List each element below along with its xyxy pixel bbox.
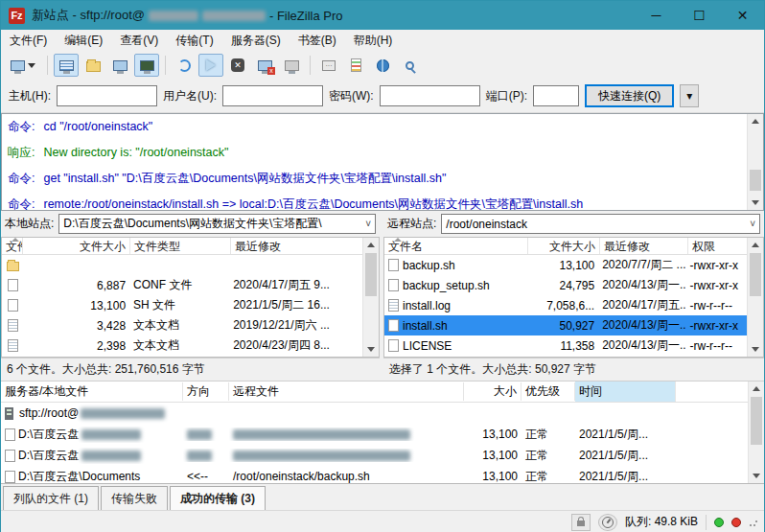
scroll-up-icon[interactable] bbox=[749, 382, 764, 396]
menu-file[interactable]: 文件(F) bbox=[1, 30, 56, 52]
remote-file-row[interactable]: backup_setup.sh 24,795 2020/4/13/周一... -… bbox=[384, 275, 747, 295]
local-list-scrollbar[interactable] bbox=[362, 238, 379, 357]
queue-server-row[interactable]: sftp://root@ bbox=[1, 403, 748, 424]
menu-transfer[interactable]: 传输(T) bbox=[167, 30, 221, 52]
queue-col-remote[interactable]: 远程文件 bbox=[229, 382, 464, 401]
remote-path-combo[interactable]: /root/oneinstack ˅ bbox=[441, 214, 760, 234]
cancel-icon: ✕ bbox=[231, 58, 244, 72]
scroll-down-icon[interactable] bbox=[363, 342, 379, 357]
remote-panel: 远程站点: /root/oneinstack ˅ 文件名 文件大小 最近修改 权… bbox=[383, 211, 764, 381]
queue-item-row[interactable]: D:\百度云盘 13,100 正常 2021/1/5/周... bbox=[1, 445, 748, 466]
scroll-thumb[interactable] bbox=[365, 253, 377, 296]
log-label: 命令: bbox=[8, 171, 40, 187]
toggle-queue-button[interactable] bbox=[134, 54, 159, 77]
synchronized-browsing-button[interactable] bbox=[370, 54, 395, 77]
remote-col-name[interactable]: 文件名 bbox=[384, 238, 528, 254]
tab-queued-files[interactable]: 列队的文件 (1) bbox=[3, 486, 99, 511]
scroll-down-icon[interactable] bbox=[749, 469, 764, 483]
play-icon bbox=[206, 59, 216, 71]
red-x-badge-icon: x bbox=[267, 67, 275, 75]
menu-help[interactable]: 帮助(H) bbox=[345, 30, 402, 52]
tab-successful-transfers[interactable]: 成功的传输 (3) bbox=[170, 486, 266, 511]
remote-list-scrollbar[interactable] bbox=[747, 238, 763, 357]
remote-col-perm[interactable]: 权限 bbox=[688, 238, 750, 254]
search-icon bbox=[406, 61, 414, 70]
scroll-up-icon[interactable] bbox=[748, 114, 763, 128]
redacted-path bbox=[233, 429, 410, 440]
local-file-row[interactable]: 2,398 文本文档 2020/4/23/周四 8... bbox=[2, 335, 362, 356]
username-input[interactable] bbox=[222, 85, 323, 106]
lock-button[interactable] bbox=[571, 514, 591, 531]
queue-item-row[interactable]: D:\百度云盘\Documents <<-- /root/oneinstack/… bbox=[1, 466, 748, 483]
reconnect-button[interactable] bbox=[279, 54, 304, 77]
queue-col-local[interactable]: 服务器/本地文件 bbox=[1, 382, 183, 401]
scroll-up-icon[interactable] bbox=[748, 238, 763, 252]
remote-file-row[interactable]: backup.sh 13,100 2020/7/7/周二 ... -rwxr-x… bbox=[384, 255, 747, 275]
menu-edit[interactable]: 编辑(E) bbox=[56, 30, 111, 52]
remote-file-row[interactable]: install.log 7,058,6... 2020/4/17/周五... -… bbox=[384, 295, 747, 315]
queue-item-row[interactable]: D:\百度云盘 13,100 正常 2021/1/5/周... bbox=[1, 424, 748, 445]
remote-file-row[interactable]: LICENSE 11,358 2020/4/13/周一... -rw-r--r-… bbox=[384, 335, 747, 356]
log-scrollbar[interactable] bbox=[747, 114, 763, 210]
queue-scrollbar[interactable] bbox=[748, 382, 764, 483]
scroll-down-icon[interactable] bbox=[748, 196, 763, 210]
scroll-down-icon[interactable] bbox=[748, 342, 763, 357]
text-file-icon bbox=[8, 339, 18, 352]
directory-comparison-icon bbox=[351, 58, 361, 72]
cancel-button[interactable]: ✕ bbox=[225, 54, 250, 77]
file-panels: 本地站点: D:\百度云盘\Documents\网站数据文件夹\宝塔配置\ ˅ … bbox=[1, 211, 764, 381]
maximize-button[interactable]: ☐ bbox=[678, 1, 721, 30]
remote-col-modified[interactable]: 最近修改 bbox=[600, 238, 688, 254]
remote-file-row-selected[interactable]: install.sh 50,927 2020/4/13/周一... -rwxr-… bbox=[384, 315, 747, 335]
port-input[interactable] bbox=[533, 85, 579, 106]
local-col-name[interactable]: 文件名 bbox=[2, 238, 23, 254]
resize-grip[interactable] bbox=[749, 518, 758, 527]
filter-icon: ··· bbox=[322, 60, 336, 71]
local-col-size[interactable]: 文件大小 bbox=[23, 238, 130, 254]
local-file-row[interactable]: 6,887 CONF 文件 2020/4/17/周五 9... bbox=[2, 275, 362, 295]
reconnect-icon bbox=[285, 60, 299, 71]
local-status: 6 个文件。大小总共: 251,760,516 字节 bbox=[1, 358, 380, 381]
password-input[interactable] bbox=[380, 85, 480, 106]
remote-col-size[interactable]: 文件大小 bbox=[528, 238, 600, 254]
toggle-message-log-button[interactable] bbox=[54, 54, 79, 77]
queue-col-time[interactable]: 时间 bbox=[575, 382, 676, 402]
host-input[interactable] bbox=[57, 85, 157, 106]
quickconnect-dropdown-button[interactable]: ▾ bbox=[680, 84, 699, 107]
disconnect-button[interactable]: x bbox=[252, 54, 277, 77]
status-bar: 队列: 49.8 KiB bbox=[1, 510, 764, 532]
refresh-button[interactable] bbox=[172, 54, 197, 77]
menu-bookmarks[interactable]: 书签(B) bbox=[290, 30, 345, 52]
local-file-row[interactable] bbox=[2, 255, 362, 275]
local-path-combo[interactable]: D:\百度云盘\Documents\网站数据文件夹\宝塔配置\ ˅ bbox=[58, 214, 376, 234]
local-col-modified[interactable]: 最近修改 bbox=[231, 238, 365, 254]
scroll-thumb[interactable] bbox=[750, 170, 761, 191]
toggle-remote-tree-button[interactable] bbox=[107, 54, 132, 77]
filter-button[interactable]: ··· bbox=[316, 54, 341, 77]
queue-col-direction[interactable]: 方向 bbox=[183, 382, 229, 401]
directory-comparison-button[interactable] bbox=[343, 54, 368, 77]
close-button[interactable]: ✕ bbox=[721, 1, 764, 30]
toolbar-separator bbox=[47, 56, 48, 75]
scroll-thumb[interactable] bbox=[751, 397, 762, 445]
toggle-local-tree-button[interactable] bbox=[81, 54, 105, 77]
local-col-type[interactable]: 文件类型 bbox=[130, 238, 231, 254]
local-tree-icon bbox=[86, 61, 101, 72]
process-queue-button[interactable] bbox=[198, 54, 223, 77]
site-manager-button[interactable] bbox=[5, 54, 41, 77]
queue-col-size[interactable]: 大小 bbox=[464, 382, 522, 401]
find-files-button[interactable] bbox=[397, 54, 422, 77]
red-led-icon bbox=[731, 518, 741, 527]
tab-failed-transfers[interactable]: 传输失败 bbox=[101, 486, 168, 511]
scroll-up-icon[interactable] bbox=[363, 238, 379, 252]
scroll-thumb[interactable] bbox=[750, 253, 761, 296]
local-file-row[interactable]: 13,100 SH 文件 2021/1/5/周二 16... bbox=[2, 295, 362, 315]
menu-server[interactable]: 服务器(S) bbox=[222, 30, 290, 52]
quickconnect-button[interactable]: 快速连接(Q) bbox=[585, 84, 674, 107]
file-icon bbox=[8, 279, 18, 291]
local-file-row[interactable]: 3,428 文本文档 2019/12/21/周六 ... bbox=[2, 315, 362, 335]
speed-limits-button[interactable] bbox=[598, 514, 617, 531]
minimize-button[interactable]: ─ bbox=[635, 1, 678, 30]
queue-col-priority[interactable]: 优先级 bbox=[522, 382, 575, 401]
menu-view[interactable]: 查看(V) bbox=[111, 30, 167, 52]
